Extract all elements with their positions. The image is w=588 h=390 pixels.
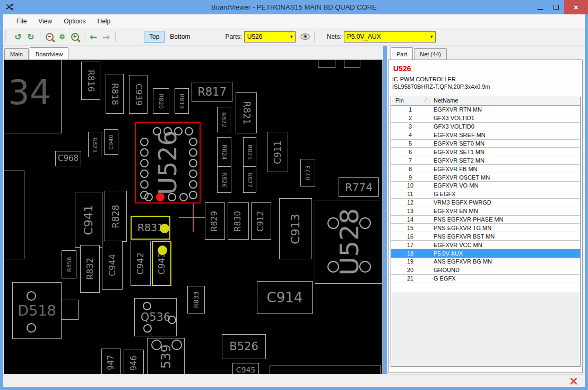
board-component-u526[interactable]: U526 — [135, 122, 201, 204]
parts-combobox[interactable]: U526 ▾ — [244, 31, 296, 43]
board-component-b526[interactable]: B526 — [222, 334, 266, 359]
pin-row[interactable]: 12VRM3 EGFX PWRGD — [391, 199, 580, 207]
board-component-c940[interactable]: C940 — [104, 129, 118, 155]
board-component-r825[interactable]: R825 — [243, 137, 256, 167]
board-component-r774[interactable]: R774 — [339, 177, 379, 197]
board-component-r821[interactable]: R821 — [236, 92, 257, 133]
tab-boardview[interactable]: Boardview — [30, 47, 68, 60]
zoom-fit-button[interactable] — [56, 30, 68, 43]
board-component-c914[interactable]: C914 — [257, 281, 313, 314]
board-component-r823[interactable]: R823 — [88, 132, 101, 157]
board-component-d518[interactable]: D518 — [12, 282, 62, 339]
board-canvas[interactable]: 34R816R818C939R820R819R817R821R822R824R8… — [4, 60, 383, 375]
minimize-button[interactable] — [532, 0, 548, 14]
pin-row[interactable]: 18P5.0V AUX — [391, 249, 580, 258]
board-component-c945[interactable]: C945 — [232, 363, 259, 375]
board-component[interactable] — [318, 60, 335, 68]
board-component-r816[interactable]: R816 — [81, 62, 100, 100]
board-component-c939[interactable]: C939 — [129, 75, 148, 114]
tab-net[interactable]: Net (44) — [414, 48, 447, 60]
board-component-34[interactable]: 34 — [4, 60, 62, 133]
board-component-r829[interactable]: R829 — [205, 202, 225, 240]
board-component-r819[interactable]: R819 — [175, 88, 189, 114]
pin-row[interactable]: 20GROUND — [391, 266, 580, 275]
pin-row[interactable]: 8EGFXVR FB MN — [391, 165, 580, 173]
pin-number: 16 — [391, 233, 429, 240]
column-header-netname[interactable]: NetName — [429, 97, 580, 105]
rotate-cw-button[interactable]: ↻ — [24, 30, 37, 43]
pin-row[interactable]: 14PNS EGFXVR PHASE MN — [391, 216, 580, 224]
pin-row[interactable]: 3GFX3 VOLTID0 — [391, 123, 580, 131]
bottom-side-button[interactable]: Bottom — [165, 31, 195, 43]
column-header-pin[interactable]: Pin / — [391, 97, 429, 105]
pin-row[interactable]: 4EGFXVR SREF MN — [391, 131, 580, 140]
pin-row[interactable]: 6EGFXVR SET1 MN — [391, 148, 580, 156]
board-component-r833[interactable]: R833 — [187, 286, 205, 313]
board-component-c942[interactable]: C942 — [131, 241, 151, 286]
board-component-u528[interactable]: U528 — [315, 200, 383, 284]
tab-part[interactable]: Part — [391, 47, 413, 60]
pin-row[interactable]: 2GFX3 VOLTID1 — [391, 114, 580, 123]
board-component-r828[interactable]: R828 — [105, 191, 127, 242]
board-component-r827[interactable]: R827 — [243, 166, 256, 193]
top-side-button[interactable]: Top — [144, 31, 165, 43]
client-area: FileViewOptionsHelp ↺ ↻ – + ← — [3, 14, 585, 386]
board-component[interactable] — [344, 60, 360, 68]
board-component-539[interactable]: 539 — [147, 338, 185, 375]
menu-view[interactable]: View — [32, 16, 58, 27]
board-component-r826[interactable]: R826 — [217, 166, 231, 193]
board-component-q536[interactable]: Q536 — [134, 298, 177, 336]
board-component-c911[interactable]: C911 — [267, 132, 288, 172]
pin-number: 6 — [391, 149, 429, 155]
board-component-r830[interactable]: R830 — [228, 202, 249, 240]
pin-row[interactable]: 19ANS EGFXVR BG MN — [391, 258, 580, 266]
zoom-in-button[interactable]: + — [68, 30, 81, 43]
menu-help[interactable]: Help — [92, 16, 117, 27]
pin-row[interactable]: 13EGFXVR EN MN — [391, 207, 580, 216]
tab-main[interactable]: Main — [4, 48, 29, 60]
board-component-c912[interactable]: C912 — [251, 202, 271, 240]
show-part-button[interactable] — [299, 30, 312, 43]
pin-row[interactable]: 5EGFXVR SET0 MN — [391, 140, 580, 148]
pin-row[interactable]: 15PNS EGFXVR TG MN — [391, 224, 580, 232]
pin-row[interactable]: 9EGFXVR OSCET MN — [391, 173, 580, 182]
pin-row[interactable]: 10EGFXVR VO MN — [391, 182, 580, 190]
toolbar-grip[interactable] — [5, 31, 8, 42]
pin-row[interactable]: 11G EGFX — [391, 190, 580, 199]
board-component-c913[interactable]: C913 — [279, 198, 312, 259]
close-panel-icon[interactable] — [570, 377, 577, 385]
rotate-ccw-button[interactable]: ↺ — [12, 30, 24, 43]
board-component-r822[interactable]: R822 — [217, 107, 230, 132]
menu-file[interactable]: File — [11, 16, 32, 27]
board-component-946[interactable]: 946 — [124, 350, 144, 375]
board-component-c943[interactable]: C943 — [152, 241, 171, 286]
forward-button[interactable]: → — [100, 30, 113, 43]
board-component-947[interactable]: 947 — [101, 349, 121, 375]
board-component-r820[interactable]: R820 — [153, 88, 169, 114]
pin-row[interactable]: 16PNS EGFXVR BST MN — [391, 232, 580, 241]
board-component-r818[interactable]: R818 — [106, 74, 124, 114]
pin-row[interactable]: 21G EGFX — [391, 275, 580, 283]
board-component-c941[interactable]: C941 — [75, 192, 102, 248]
close-button[interactable]: × — [564, 0, 588, 14]
pin-table-header: Pin / NetName — [391, 97, 580, 106]
board-component-r817[interactable]: R817 — [192, 82, 232, 102]
pin-row[interactable]: 17EGFXVR VCC MN — [391, 241, 580, 249]
board-component-r832[interactable]: R832 — [80, 245, 100, 293]
board-component-r856[interactable]: R856 — [62, 250, 76, 278]
back-button[interactable]: ← — [87, 30, 100, 43]
board-component-c944[interactable]: C944 — [102, 241, 123, 290]
zoom-out-button[interactable]: – — [43, 30, 56, 43]
pin-row[interactable]: 1EGFXVR RTN MN — [391, 106, 580, 114]
board-component-r824[interactable]: R824 — [217, 137, 231, 167]
pin-row[interactable]: 7EGFXVR SET2 MN — [391, 156, 580, 165]
board-component-r831[interactable]: R831 — [131, 216, 170, 240]
nets-combobox[interactable]: P5.0V_AUX ▾ — [344, 31, 436, 43]
pane-splitter[interactable] — [383, 46, 387, 374]
maximize-button[interactable] — [548, 0, 564, 14]
board-component[interactable] — [4, 171, 24, 259]
board-component-c968[interactable]: C968 — [55, 151, 81, 166]
zoom-out-icon: – — [46, 33, 54, 41]
menu-options[interactable]: Options — [58, 16, 91, 27]
board-component-r773[interactable]: R773 — [300, 159, 315, 186]
